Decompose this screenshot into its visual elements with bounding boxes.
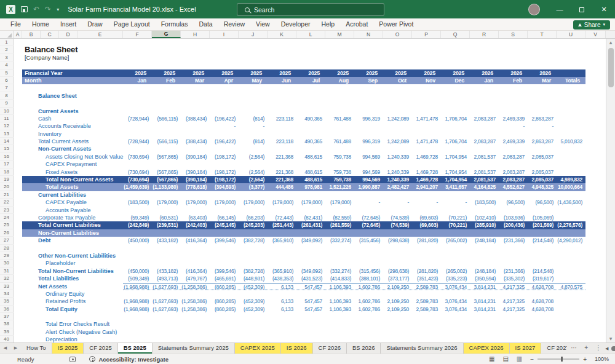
cell[interactable] (296, 320, 325, 328)
cell[interactable]: (179,000) (239, 199, 268, 206)
cell[interactable]: (479,767) (181, 275, 210, 282)
cell[interactable]: (394,593) (210, 183, 239, 191)
cell[interactable] (354, 39, 383, 46)
row-label[interactable]: Non-Current Liabilities (22, 229, 123, 237)
cell[interactable]: (105,069) (528, 214, 557, 221)
cell[interactable] (528, 252, 557, 259)
cell[interactable] (14, 320, 22, 328)
cell[interactable] (557, 122, 585, 130)
cell[interactable] (123, 207, 152, 214)
cell[interactable]: (261,431) (296, 221, 325, 229)
cell[interactable] (123, 61, 152, 69)
cell[interactable] (210, 207, 239, 214)
column-header-m[interactable]: M (325, 31, 354, 38)
cell[interactable]: (373,177) (383, 275, 412, 282)
cell[interactable] (383, 320, 412, 328)
cell[interactable]: 994,569 (354, 176, 383, 183)
cell[interactable] (470, 84, 499, 92)
cell[interactable]: 4,217,325 (499, 306, 528, 313)
cell[interactable]: (365,910) (268, 267, 296, 275)
row-header-38[interactable]: 38 (0, 320, 14, 328)
cell[interactable] (412, 245, 441, 252)
cell[interactable] (14, 328, 22, 336)
cell[interactable] (557, 320, 585, 328)
cell[interactable] (470, 39, 499, 46)
cell[interactable] (210, 54, 239, 61)
cell[interactable] (152, 245, 181, 252)
row-header-32[interactable]: 32 (0, 275, 14, 282)
row-header-14[interactable]: 14 (0, 138, 14, 145)
cell[interactable] (123, 108, 152, 115)
cell[interactable] (441, 191, 470, 199)
cell[interactable] (152, 46, 181, 53)
cell[interactable]: 221,368 (268, 176, 296, 183)
minimize-button[interactable]: — (549, 0, 571, 18)
cell[interactable] (470, 336, 499, 342)
cell[interactable]: 1,471,478 (412, 138, 441, 145)
cell[interactable]: (390,184) (181, 176, 210, 183)
cell[interactable] (239, 92, 268, 100)
cell[interactable] (499, 39, 528, 46)
cell[interactable] (325, 313, 354, 320)
cell[interactable] (268, 259, 296, 267)
cell[interactable] (14, 100, 22, 107)
cell[interactable] (152, 122, 181, 130)
cell[interactable] (268, 245, 296, 252)
row-header-18[interactable]: 18 (0, 168, 14, 176)
cell[interactable] (412, 320, 441, 328)
row-header-33[interactable]: 33 (0, 283, 14, 290)
cell[interactable] (239, 84, 268, 92)
cell[interactable]: 1,704,954 (441, 168, 470, 176)
cell[interactable] (268, 130, 296, 138)
cell[interactable]: 4,552,627 (499, 183, 528, 191)
cell[interactable] (383, 92, 412, 100)
cell[interactable] (528, 145, 557, 152)
row-header-13[interactable]: 13 (0, 130, 14, 138)
row-label[interactable]: Total Liabilities (22, 275, 123, 282)
redo-icon[interactable]: ↷ (45, 5, 51, 14)
cell[interactable]: (814) (239, 138, 268, 145)
cell[interactable] (239, 336, 268, 342)
row-header-7[interactable]: 7 (0, 84, 14, 92)
cell[interactable] (383, 108, 412, 115)
cell[interactable]: 1,240,339 (383, 168, 412, 176)
cell[interactable] (383, 191, 412, 199)
cell[interactable] (268, 252, 296, 259)
cell[interactable]: - (499, 122, 528, 130)
cell[interactable]: (198,172) (210, 153, 239, 160)
sheet-tab-capex-2026[interactable]: CAPEX 2026 (464, 343, 510, 354)
cell[interactable]: (63,403) (181, 214, 210, 221)
cell[interactable] (14, 259, 22, 267)
cell[interactable] (412, 336, 441, 342)
cell[interactable] (528, 108, 557, 115)
cell[interactable]: (390,184) (181, 153, 210, 160)
cell[interactable]: 994,569 (354, 168, 383, 176)
cell[interactable] (441, 229, 470, 237)
cell[interactable]: 488,615 (296, 176, 325, 183)
cell[interactable] (557, 328, 585, 336)
cell[interactable] (325, 54, 354, 61)
cell[interactable]: 2026 (499, 69, 528, 77)
row-label[interactable]: CAPEX Prepayment (22, 160, 123, 168)
cell[interactable]: 3,814,231 (470, 283, 499, 290)
cell[interactable] (557, 54, 585, 61)
cell[interactable]: - (441, 199, 470, 206)
cell[interactable] (123, 290, 152, 298)
avatar[interactable] (528, 4, 540, 15)
cell[interactable] (557, 145, 585, 152)
cell[interactable] (152, 145, 181, 152)
cell[interactable]: 2,085,037 (528, 176, 557, 183)
cell[interactable]: Dec (441, 77, 470, 84)
cell[interactable]: 1,990,887 (354, 183, 383, 191)
cell[interactable] (239, 320, 268, 328)
cell[interactable]: (1,627,693) (152, 298, 181, 305)
cell[interactable] (470, 122, 499, 130)
cell[interactable]: (198,172) (210, 176, 239, 183)
cell[interactable] (210, 252, 239, 259)
cell[interactable] (557, 168, 585, 176)
customize-toolbar-caret-icon[interactable]: ▾ (57, 7, 59, 12)
cell[interactable]: - (412, 199, 441, 206)
cell[interactable]: (728,944) (123, 115, 152, 122)
cell[interactable] (14, 252, 22, 259)
cell[interactable]: 3,076,434 (441, 283, 470, 290)
